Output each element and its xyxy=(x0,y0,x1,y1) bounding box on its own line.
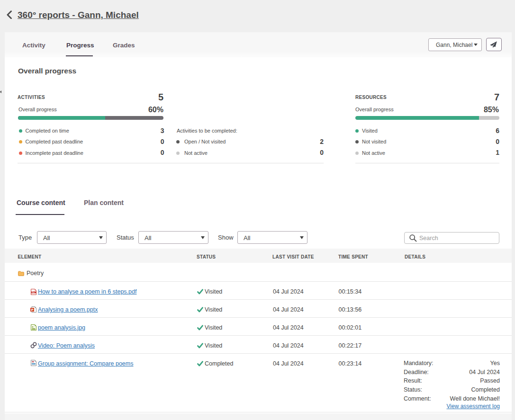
svg-text:P: P xyxy=(31,308,34,312)
